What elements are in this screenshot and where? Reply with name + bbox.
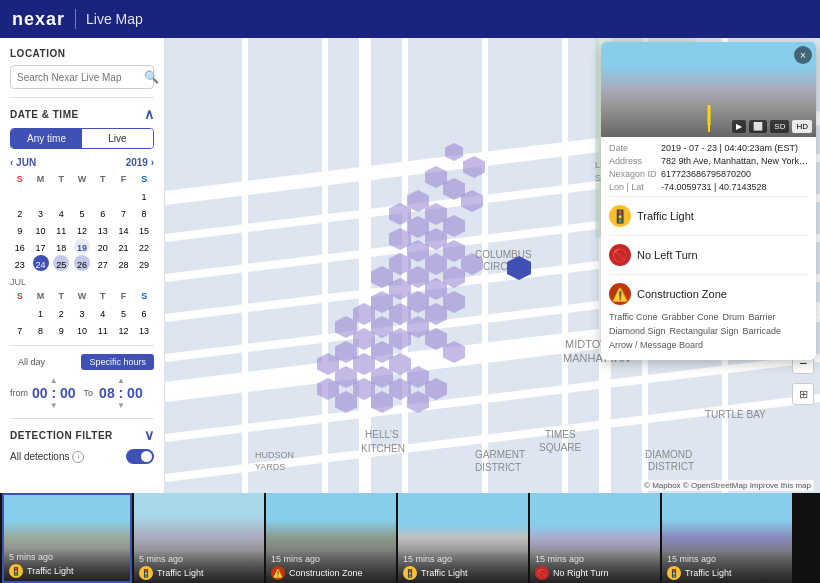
svg-text:DIAMOND: DIAMOND	[645, 449, 692, 460]
cal-day-jul-3[interactable]: 3	[74, 304, 90, 320]
cal-day-jun-1[interactable]: 1	[136, 187, 152, 203]
film-timestamp-0: 5 mins ago	[9, 552, 125, 562]
copy-map-btn[interactable]: ⊞	[792, 383, 814, 405]
to-time-display: 08 : 00	[99, 385, 143, 401]
cal-day-jun-7[interactable]: 7	[115, 204, 131, 220]
search-box[interactable]: 🔍	[10, 65, 154, 89]
to-time-box[interactable]: ▲ 08 : 00 ▼	[99, 376, 143, 410]
film-item-4[interactable]: 15 mins ago 🚫 No Right Turn	[530, 493, 660, 583]
cal-day-jul-10[interactable]: 10	[74, 321, 90, 337]
cal-day-jul-13[interactable]: 13	[136, 321, 152, 337]
cal-day-jun-14[interactable]: 14	[115, 221, 131, 237]
cal-day-jun-22[interactable]: 22	[136, 238, 152, 254]
sub-tag-barricade[interactable]: Barricade	[743, 326, 782, 336]
cal-day-jun-21[interactable]: 21	[115, 238, 131, 254]
sub-tag-rect-sign[interactable]: Rectangular Sign	[670, 326, 739, 336]
detection-filter-title: DETECTION FILTER ∨	[10, 427, 154, 443]
from-down-arrow[interactable]: ▼	[50, 401, 58, 410]
cal-day-jun-27[interactable]: 27	[95, 255, 111, 271]
cal-day-jun-26[interactable]: 26	[74, 255, 90, 271]
cal-day-jun-8[interactable]: 8	[136, 204, 152, 220]
info-icon[interactable]: i	[72, 451, 84, 463]
popup-close-btn[interactable]: ×	[794, 46, 812, 64]
aspect-ratio-btn[interactable]: ⬜	[749, 120, 767, 133]
film-overlay-2: 15 mins ago ⚠️ Construction Zone	[266, 550, 396, 583]
film-item-1[interactable]: 5 mins ago 🚦 Traffic Light	[134, 493, 264, 583]
play-pause-btn[interactable]: ▶	[732, 120, 746, 133]
jul-calendar-grid: S M T W T F S 1 2 3 4 5 6 7 8 9 10 11 12	[10, 289, 154, 337]
cal-day-jun-23[interactable]: 23	[12, 255, 28, 271]
to-down-arrow[interactable]: ▼	[117, 401, 125, 410]
sub-tag-traffic-cone[interactable]: Traffic Cone	[609, 312, 658, 322]
cal-day-jul-11[interactable]: 11	[95, 321, 111, 337]
cal-day-jul-4[interactable]: 4	[95, 304, 111, 320]
search-input[interactable]	[17, 72, 144, 83]
film-item-3[interactable]: 15 mins ago 🚦 Traffic Light	[398, 493, 528, 583]
cal-header-s2: S	[134, 172, 154, 186]
cal-day-jun-12[interactable]: 12	[74, 221, 90, 237]
cal-day-jun-19[interactable]: 19	[74, 238, 90, 254]
cal-day-jun-2[interactable]: 2	[12, 204, 28, 220]
from-time-box[interactable]: ▲ 00 : 00 ▼	[32, 376, 76, 410]
cal-day-jun-6[interactable]: 6	[95, 204, 111, 220]
cal-day-jun-13[interactable]: 13	[95, 221, 111, 237]
cal-day-jun-28[interactable]: 28	[115, 255, 131, 271]
map-container[interactable]: LINCOLN TOWERS LINCOLN SQUARE COLUMBUS C…	[165, 38, 820, 493]
cal-day-jun-15[interactable]: 15	[136, 221, 152, 237]
cal-day-jun-18[interactable]: 18	[53, 238, 69, 254]
from-up-arrow[interactable]: ▲	[50, 376, 58, 385]
cal-day-jul-7[interactable]: 7	[12, 321, 28, 337]
cal-day-empty5	[95, 187, 111, 203]
detection-traffic-light[interactable]: 🚦 Traffic Light	[609, 201, 808, 231]
datetime-collapse-icon[interactable]: ∧	[144, 106, 155, 122]
film-item-5[interactable]: 15 mins ago 🚦 Traffic Light	[662, 493, 792, 583]
svg-text:TIMES: TIMES	[545, 429, 576, 440]
svg-text:DISTRICT: DISTRICT	[648, 461, 694, 472]
hd-btn[interactable]: HD	[792, 120, 812, 133]
cal-day-jun-16[interactable]: 16	[12, 238, 28, 254]
film-item-0[interactable]: 5 mins ago 🚦 Traffic Light	[2, 493, 132, 583]
to-up-arrow[interactable]: ▲	[117, 376, 125, 385]
sub-tag-diamond-sign[interactable]: Diamond Sign	[609, 326, 666, 336]
cal-day-jul-5[interactable]: 5	[115, 304, 131, 320]
sub-tag-barrier[interactable]: Barrier	[749, 312, 776, 322]
detection-no-left-turn[interactable]: 🚫 No Left Turn	[609, 240, 808, 270]
sub-tag-grabber-cone[interactable]: Grabber Cone	[662, 312, 719, 322]
cal-day-jul-8[interactable]: 8	[33, 321, 49, 337]
cal-day-jun-10[interactable]: 10	[33, 221, 49, 237]
cal-day-jun-29[interactable]: 29	[136, 255, 152, 271]
detection-collapse-icon[interactable]: ∨	[144, 427, 155, 443]
search-icon[interactable]: 🔍	[144, 70, 159, 84]
detection-construction-zone[interactable]: ⚠️ Construction Zone	[609, 279, 808, 309]
specific-hours-btn[interactable]: Specific hours	[81, 354, 154, 370]
cal-day-jun-4[interactable]: 4	[53, 204, 69, 220]
svg-text:YARDS: YARDS	[255, 462, 285, 472]
cal-day-jun-9[interactable]: 9	[12, 221, 28, 237]
film-item-2[interactable]: 15 mins ago ⚠️ Construction Zone	[266, 493, 396, 583]
detection-toggle[interactable]	[126, 449, 154, 464]
cal-day-jul-2[interactable]: 2	[53, 304, 69, 320]
film-icon-3: 🚦	[403, 566, 417, 580]
any-time-btn[interactable]: Any time	[11, 129, 82, 148]
cal-day-jun-25[interactable]: 25	[53, 255, 69, 271]
next-year-btn[interactable]: 2019 ›	[126, 157, 154, 168]
sub-tag-drum[interactable]: Drum	[723, 312, 745, 322]
cal-day-jun-24[interactable]: 24	[33, 255, 49, 271]
cal-day-jul-9[interactable]: 9	[53, 321, 69, 337]
prev-month-btn[interactable]: ‹ JUN	[10, 157, 36, 168]
jun-calendar-grid: S M T W T F S 1 2 3 4 5 6	[10, 172, 154, 271]
sub-tag-arrow-board[interactable]: Arrow / Message Board	[609, 340, 703, 350]
all-day-btn[interactable]: All day	[10, 354, 53, 370]
sd-btn[interactable]: SD	[770, 120, 789, 133]
cal-day-jun-3[interactable]: 3	[33, 204, 49, 220]
cal-day-jun-17[interactable]: 17	[33, 238, 49, 254]
film-timestamp-5: 15 mins ago	[667, 554, 787, 564]
cal-day-jul-1[interactable]: 1	[33, 304, 49, 320]
cal-day-jul-12[interactable]: 12	[115, 321, 131, 337]
cal-day-jun-11[interactable]: 11	[53, 221, 69, 237]
cal-day-jul-6[interactable]: 6	[136, 304, 152, 320]
cal-day-jun-20[interactable]: 20	[95, 238, 111, 254]
live-btn[interactable]: Live	[82, 129, 153, 148]
cal-day-jun-5[interactable]: 5	[74, 204, 90, 220]
location-section-title: LOCATION	[10, 48, 154, 59]
